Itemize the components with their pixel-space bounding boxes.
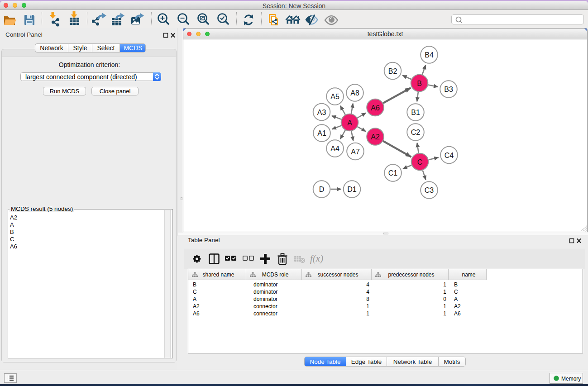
svg-text:B: B [417,80,422,87]
svg-text:A8: A8 [350,89,359,97]
svg-text:C3: C3 [425,186,434,194]
svg-text:B4: B4 [425,51,434,59]
svg-text:f(x): f(x) [310,253,323,264]
svg-text:A6: A6 [371,104,380,112]
svg-text:B1: B1 [411,109,420,116]
svg-text:A5: A5 [330,93,339,100]
svg-text:C: C [417,158,423,166]
svg-text:C1: C1 [388,169,398,177]
svg-text:D: D [319,186,325,193]
svg-text:A1: A1 [317,129,326,137]
svg-text:C2: C2 [411,129,421,136]
svg-text:B2: B2 [388,67,397,75]
svg-text:C4: C4 [445,152,454,159]
svg-text:A2: A2 [371,133,380,141]
svg-text:A: A [347,119,352,127]
svg-text:A4: A4 [330,145,339,152]
svg-text:A3: A3 [317,109,326,116]
svg-text:D1: D1 [347,186,357,193]
svg-text:A7: A7 [351,148,360,156]
svg-text:B3: B3 [444,86,453,93]
